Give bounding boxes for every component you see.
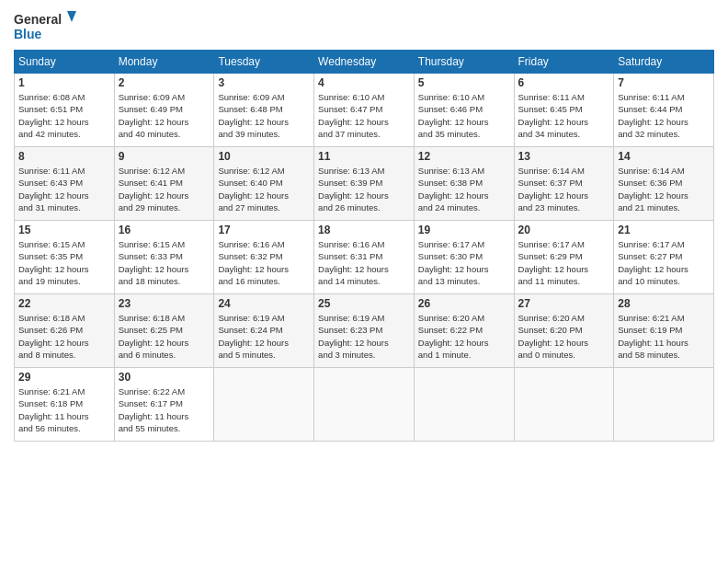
weekday-wednesday: Wednesday [314, 51, 415, 74]
day-number: 15 [18, 224, 110, 236]
day-cell: 21Sunrise: 6:17 AM Sunset: 6:27 PM Dayli… [614, 221, 714, 294]
day-number: 13 [518, 150, 610, 163]
day-cell: 8Sunrise: 6:11 AM Sunset: 6:43 PM Daylig… [15, 147, 115, 221]
day-number: 24 [218, 297, 310, 310]
day-cell: 23Sunrise: 6:18 AM Sunset: 6:25 PM Dayli… [114, 294, 214, 368]
day-info: Sunrise: 6:21 AM Sunset: 6:18 PM Dayligh… [18, 385, 110, 434]
day-info: Sunrise: 6:22 AM Sunset: 6:17 PM Dayligh… [119, 385, 210, 434]
svg-text:Blue: Blue [14, 27, 42, 41]
svg-text:General: General [14, 12, 62, 27]
day-info: Sunrise: 6:09 AM Sunset: 6:48 PM Dayligh… [218, 91, 310, 140]
weekday-header-row: SundayMondayTuesdayWednesdayThursdayFrid… [15, 51, 714, 74]
week-row-3: 15Sunrise: 6:15 AM Sunset: 6:35 PM Dayli… [15, 221, 714, 294]
day-cell [314, 368, 415, 442]
day-cell: 13Sunrise: 6:14 AM Sunset: 6:37 PM Dayli… [514, 147, 614, 221]
day-cell: 20Sunrise: 6:17 AM Sunset: 6:29 PM Dayli… [514, 221, 614, 294]
page-container: General Blue SundayMondayTuesdayWednesda… [0, 0, 728, 451]
day-number: 26 [418, 297, 510, 310]
calendar-table: SundayMondayTuesdayWednesdayThursdayFrid… [14, 50, 714, 442]
day-number: 30 [119, 371, 210, 384]
day-info: Sunrise: 6:14 AM Sunset: 6:36 PM Dayligh… [618, 165, 710, 213]
day-cell: 11Sunrise: 6:13 AM Sunset: 6:39 PM Dayli… [314, 147, 415, 221]
day-info: Sunrise: 6:20 AM Sunset: 6:20 PM Dayligh… [518, 312, 610, 361]
day-number: 18 [318, 224, 410, 236]
day-number: 23 [119, 297, 210, 310]
day-cell: 28Sunrise: 6:21 AM Sunset: 6:19 PM Dayli… [614, 294, 714, 368]
weekday-saturday: Saturday [614, 51, 714, 74]
day-info: Sunrise: 6:13 AM Sunset: 6:38 PM Dayligh… [418, 165, 510, 213]
day-cell: 26Sunrise: 6:20 AM Sunset: 6:22 PM Dayli… [414, 294, 514, 368]
day-cell: 7Sunrise: 6:11 AM Sunset: 6:44 PM Daylig… [614, 74, 714, 147]
day-number: 2 [119, 76, 210, 89]
day-number: 22 [18, 297, 110, 310]
day-number: 1 [18, 76, 110, 89]
day-number: 28 [618, 297, 710, 310]
day-number: 10 [218, 150, 310, 163]
day-number: 14 [618, 150, 710, 163]
logo: General Blue [14, 9, 78, 42]
day-cell: 27Sunrise: 6:20 AM Sunset: 6:20 PM Dayli… [514, 294, 614, 368]
weekday-monday: Monday [114, 51, 214, 74]
day-number: 25 [318, 297, 410, 310]
day-number: 9 [119, 150, 210, 163]
day-cell: 24Sunrise: 6:19 AM Sunset: 6:24 PM Dayli… [214, 294, 314, 368]
day-cell [614, 368, 714, 442]
header: General Blue [14, 9, 714, 42]
day-cell [514, 368, 614, 442]
day-cell: 19Sunrise: 6:17 AM Sunset: 6:30 PM Dayli… [414, 221, 514, 294]
weekday-thursday: Thursday [414, 51, 514, 74]
day-info: Sunrise: 6:19 AM Sunset: 6:24 PM Dayligh… [218, 312, 310, 361]
week-row-5: 29Sunrise: 6:21 AM Sunset: 6:18 PM Dayli… [15, 368, 714, 442]
day-number: 27 [518, 297, 610, 310]
day-cell: 25Sunrise: 6:19 AM Sunset: 6:23 PM Dayli… [314, 294, 415, 368]
week-row-4: 22Sunrise: 6:18 AM Sunset: 6:26 PM Dayli… [15, 294, 714, 368]
day-info: Sunrise: 6:21 AM Sunset: 6:19 PM Dayligh… [618, 312, 710, 361]
weekday-friday: Friday [514, 51, 614, 74]
day-number: 16 [119, 224, 210, 236]
week-row-2: 8Sunrise: 6:11 AM Sunset: 6:43 PM Daylig… [15, 147, 714, 221]
day-cell: 29Sunrise: 6:21 AM Sunset: 6:18 PM Dayli… [15, 368, 115, 442]
day-info: Sunrise: 6:15 AM Sunset: 6:35 PM Dayligh… [18, 238, 110, 287]
day-number: 19 [418, 224, 510, 236]
day-cell: 16Sunrise: 6:15 AM Sunset: 6:33 PM Dayli… [114, 221, 214, 294]
day-cell: 10Sunrise: 6:12 AM Sunset: 6:40 PM Dayli… [214, 147, 314, 221]
day-number: 8 [18, 150, 110, 163]
day-info: Sunrise: 6:08 AM Sunset: 6:51 PM Dayligh… [18, 91, 110, 140]
day-cell: 6Sunrise: 6:11 AM Sunset: 6:45 PM Daylig… [514, 74, 614, 147]
day-cell: 17Sunrise: 6:16 AM Sunset: 6:32 PM Dayli… [214, 221, 314, 294]
day-cell: 12Sunrise: 6:13 AM Sunset: 6:38 PM Dayli… [414, 147, 514, 221]
day-number: 17 [218, 224, 310, 236]
day-info: Sunrise: 6:18 AM Sunset: 6:25 PM Dayligh… [119, 312, 210, 361]
day-number: 5 [418, 76, 510, 89]
day-cell: 14Sunrise: 6:14 AM Sunset: 6:36 PM Dayli… [614, 147, 714, 221]
day-cell: 1Sunrise: 6:08 AM Sunset: 6:51 PM Daylig… [15, 74, 115, 147]
day-info: Sunrise: 6:20 AM Sunset: 6:22 PM Dayligh… [418, 312, 510, 361]
day-info: Sunrise: 6:16 AM Sunset: 6:31 PM Dayligh… [318, 238, 410, 287]
day-info: Sunrise: 6:17 AM Sunset: 6:27 PM Dayligh… [618, 238, 710, 287]
day-number: 21 [618, 224, 710, 236]
day-info: Sunrise: 6:19 AM Sunset: 6:23 PM Dayligh… [318, 312, 410, 361]
day-number: 29 [18, 371, 110, 384]
day-info: Sunrise: 6:12 AM Sunset: 6:40 PM Dayligh… [218, 165, 310, 213]
day-cell [214, 368, 314, 442]
day-cell: 3Sunrise: 6:09 AM Sunset: 6:48 PM Daylig… [214, 74, 314, 147]
weekday-tuesday: Tuesday [214, 51, 314, 74]
day-number: 4 [318, 76, 410, 89]
day-info: Sunrise: 6:10 AM Sunset: 6:46 PM Dayligh… [418, 91, 510, 140]
day-cell: 30Sunrise: 6:22 AM Sunset: 6:17 PM Dayli… [114, 368, 214, 442]
day-cell: 4Sunrise: 6:10 AM Sunset: 6:47 PM Daylig… [314, 74, 415, 147]
day-info: Sunrise: 6:12 AM Sunset: 6:41 PM Dayligh… [119, 165, 210, 213]
day-cell: 9Sunrise: 6:12 AM Sunset: 6:41 PM Daylig… [114, 147, 214, 221]
day-info: Sunrise: 6:13 AM Sunset: 6:39 PM Dayligh… [318, 165, 410, 213]
svg-marker-2 [67, 11, 76, 22]
day-info: Sunrise: 6:16 AM Sunset: 6:32 PM Dayligh… [218, 238, 310, 287]
day-info: Sunrise: 6:10 AM Sunset: 6:47 PM Dayligh… [318, 91, 410, 140]
day-number: 7 [618, 76, 710, 89]
day-cell: 15Sunrise: 6:15 AM Sunset: 6:35 PM Dayli… [15, 221, 115, 294]
day-info: Sunrise: 6:18 AM Sunset: 6:26 PM Dayligh… [18, 312, 110, 361]
day-info: Sunrise: 6:17 AM Sunset: 6:29 PM Dayligh… [518, 238, 610, 287]
day-info: Sunrise: 6:11 AM Sunset: 6:45 PM Dayligh… [518, 91, 610, 140]
logo-svg: General Blue [14, 9, 78, 42]
day-cell: 2Sunrise: 6:09 AM Sunset: 6:49 PM Daylig… [114, 74, 214, 147]
calendar-body: 1Sunrise: 6:08 AM Sunset: 6:51 PM Daylig… [15, 74, 714, 442]
